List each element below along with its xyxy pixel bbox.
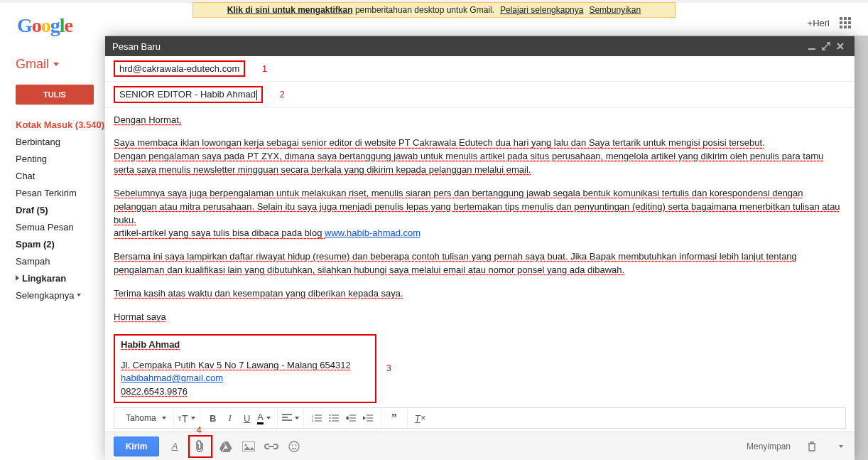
expand-icon[interactable] [819, 39, 833, 53]
nav-sent[interactable]: Pesan Terkirim [16, 184, 107, 201]
body-greeting: Dengan Hormat, [114, 114, 181, 125]
indent-button[interactable] [359, 410, 376, 427]
subject-field[interactable]: SENIOR EDITOR - Habib Ahmad [114, 86, 263, 103]
outdent-button[interactable] [342, 410, 359, 427]
hide-notif-link[interactable]: Sembunyikan [589, 5, 641, 15]
svg-point-10 [292, 444, 293, 446]
compose-titlebar: Pesan Baru [105, 36, 855, 56]
compose-footer: Kirim A 4 Meny [105, 432, 855, 460]
body-p2b-prefix: artikel-artikel yang saya tulis bisa dib… [114, 228, 325, 238]
chevron-down-icon [53, 63, 59, 66]
link-icon [264, 443, 278, 450]
paperclip-icon [195, 440, 205, 453]
account-link[interactable]: +Heri [808, 18, 830, 28]
app-name: Gmail [16, 57, 49, 72]
signature-phone: 0822.6543.9876 [121, 385, 369, 399]
clear-format-button[interactable]: T✕ [412, 410, 429, 427]
google-logo: Google [17, 14, 72, 37]
signature-email[interactable]: habibahmad@gmail.com [121, 373, 223, 383]
bold-button[interactable]: B [205, 410, 222, 427]
nav-more[interactable]: Selengkapnya [16, 287, 107, 304]
svg-point-6 [329, 420, 330, 422]
insert-drive-button[interactable] [215, 436, 237, 457]
enable-notif-link[interactable]: Klik di sini untuk mengaktifkan [227, 5, 353, 15]
nav-chat[interactable]: Chat [16, 167, 107, 184]
nav-trash[interactable]: Sampah [16, 252, 107, 269]
compose-button[interactable]: TULIS [16, 85, 94, 105]
font-family-select[interactable]: Tahoma [123, 413, 169, 423]
body-closing: Hormat saya [114, 311, 166, 322]
signature-box: Habib Ahmad Jl. Cempaka Putih Kav 5 No 7… [114, 334, 376, 403]
svg-rect-0 [808, 48, 815, 50]
underline-button[interactable]: U [239, 410, 256, 427]
nav-circles[interactable]: Lingkaran [16, 269, 107, 287]
annotation-1: 1 [262, 64, 267, 74]
minimize-icon[interactable] [805, 39, 819, 53]
learn-more-link[interactable]: Pelajari selengkapnya [500, 5, 583, 15]
attach-file-button[interactable] [188, 435, 212, 458]
text-color-button[interactable]: A [256, 410, 273, 427]
annotation-2: 2 [280, 90, 285, 100]
text-cursor [256, 90, 257, 100]
saving-status: Menyimpan [747, 442, 791, 451]
to-field[interactable]: hrd@cakrawala-edutech.com [114, 60, 245, 77]
close-icon[interactable] [833, 39, 847, 53]
body-p4: Terima kasih atas waktu dan kesempatan y… [114, 288, 403, 299]
insert-photo-button[interactable] [237, 436, 260, 457]
page: Klik di sini untuk mengaktifkan pemberit… [0, 0, 868, 460]
compose-title: Pesan Baru [112, 41, 805, 52]
subject-row[interactable]: SENIOR EDITOR - Habib Ahmad 2 [105, 82, 855, 108]
bullet-list-button[interactable] [325, 410, 342, 427]
chevron-down-icon [162, 417, 166, 419]
font-size-button[interactable]: тT [178, 410, 195, 427]
align-button[interactable] [282, 410, 299, 427]
drive-icon [219, 441, 232, 452]
chevron-down-icon [77, 294, 81, 296]
annotation-4: 4 [197, 425, 202, 435]
format-toolbar: Tahoma тT B I U A 123 ” [114, 407, 846, 429]
app-switcher[interactable]: Gmail [16, 57, 107, 72]
chevron-right-icon [16, 275, 19, 281]
compose-body[interactable]: Dengan Hormat, Saya membaca iklan lowong… [105, 108, 855, 407]
svg-text:3: 3 [312, 419, 314, 422]
nav-important[interactable]: Penting [16, 150, 107, 167]
numbered-list-button[interactable]: 123 [308, 410, 325, 427]
italic-button[interactable]: I [222, 410, 239, 427]
chevron-down-icon [295, 417, 299, 419]
emoji-icon [288, 441, 300, 452]
send-button[interactable]: Kirim [114, 437, 159, 456]
to-row[interactable]: hrd@cakrawala-edutech.com 1 [105, 56, 855, 82]
insert-link-button[interactable] [260, 436, 283, 457]
body-p3: Bersama ini saya lampirkan daftar riwaya… [114, 251, 797, 275]
svg-point-9 [289, 442, 299, 451]
nav-inbox[interactable]: Kotak Masuk (3.540) [16, 116, 107, 133]
body-p1a: Saya membaca iklan lowongan kerja sebaga… [114, 137, 765, 148]
apps-grid-icon[interactable] [840, 17, 851, 28]
nav-starred[interactable]: Berbintang [16, 133, 107, 150]
nav-spam[interactable]: Spam (2) [16, 235, 107, 252]
insert-emoji-button[interactable] [283, 436, 305, 457]
trash-icon [808, 442, 816, 451]
chevron-down-icon [191, 417, 195, 419]
annotation-3: 3 [386, 363, 391, 375]
svg-point-11 [295, 444, 297, 446]
nav-drafts[interactable]: Draf (5) [16, 201, 107, 218]
nav-all[interactable]: Semua Pesan [16, 218, 107, 235]
format-toggle-button[interactable]: A [163, 436, 186, 457]
signature-name: Habib Ahmad [121, 338, 369, 352]
sidebar: Gmail TULIS Kotak Masuk (3.540) Berbinta… [0, 57, 107, 304]
portfolio-link[interactable]: www.habib-ahmad.com [325, 228, 421, 238]
body-p1b: Dengan pengalaman saya pada PT ZYX, dima… [114, 151, 823, 175]
chevron-down-icon [839, 445, 843, 448]
svg-point-8 [245, 444, 247, 446]
chevron-down-icon [266, 417, 271, 419]
signature-address: Jl. Cempaka Putih Kav 5 No 7 Lawang - Ma… [121, 359, 369, 373]
compose-window: Pesan Baru hrd@cakrawala-edutech.com 1 S… [105, 36, 855, 460]
svg-point-4 [329, 414, 330, 416]
quote-button[interactable]: ” [386, 410, 403, 427]
notification-bar: Klik di sini untuk mengaktifkan pemberit… [192, 2, 676, 18]
svg-point-5 [329, 417, 330, 419]
body-p2a: Sebelumnya saya juga berpengalaman untuk… [114, 188, 840, 225]
more-options-button[interactable] [833, 436, 846, 457]
discard-button[interactable] [801, 436, 823, 457]
